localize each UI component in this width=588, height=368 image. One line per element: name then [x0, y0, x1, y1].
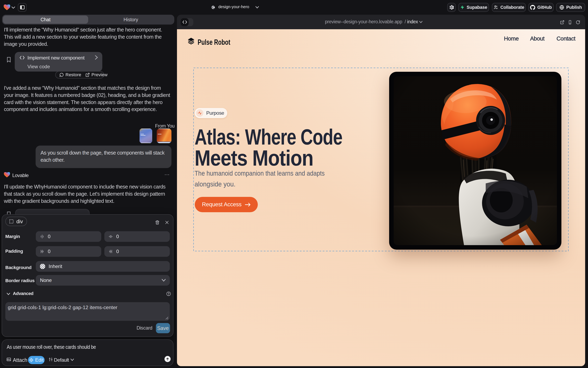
svg-text:alongside you.: alongside you.	[195, 180, 236, 188]
svg-text:The humanoid companion that le: The humanoid companion that learns and a…	[195, 169, 325, 177]
svg-text:Meets Motion: Meets Motion	[195, 146, 313, 170]
